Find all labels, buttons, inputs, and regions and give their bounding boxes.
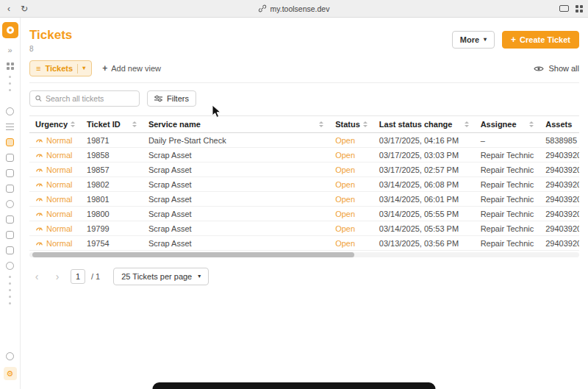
search-input[interactable] [46,94,134,103]
menu-dot-icon [0,293,20,300]
assignee-cell: Repair Technic [475,192,540,207]
ticket-id-cell: 19871 [81,133,143,148]
browser-apps-icon[interactable] [576,5,578,8]
service-name-cell: Scrap Asset [143,207,329,221]
table-row[interactable]: Normal 19857 Scrap Asset Open 03/17/2025… [29,163,579,177]
ideas-icon[interactable] [0,196,20,212]
urgency-gauge-icon [35,151,43,159]
table-row[interactable]: Normal 19801 Scrap Asset Open 03/14/2025… [29,192,579,207]
urgency-gauge-icon [35,239,43,247]
analytics-icon[interactable] [0,119,20,135]
urgency-gauge-icon [35,136,43,144]
menu-dot-icon [0,87,20,93]
create-ticket-button[interactable]: + Create Ticket [502,31,579,49]
team-icon[interactable] [0,258,20,274]
assignee-cell: Repair Technic [475,221,540,236]
refresh-icon[interactable]: ↻ [21,4,28,13]
back-icon[interactable]: ‹ [7,4,10,13]
prev-page-button[interactable]: ‹ [29,269,44,284]
last-status-change-cell: 03/17/2025, 03:03 PM [373,148,475,163]
sort-icon [71,121,75,127]
last-status-change-cell: 03/17/2025, 02:57 PM [373,163,475,177]
labs-icon[interactable] [0,104,20,119]
per-page-label: 25 Tickets per page [121,272,192,281]
filters-icon [154,95,162,102]
screen-share-icon[interactable] [559,5,569,12]
help-icon[interactable] [0,349,20,364]
tickets-icon[interactable] [0,135,20,150]
settings-gear-icon[interactable]: ⚙ [0,364,20,383]
total-pages-label: / 1 [91,272,100,281]
ticket-id-cell: 19801 [81,192,143,207]
last-status-change-cell: 03/14/2025, 06:08 PM [373,177,475,192]
sidebar-items: »⚙ [0,43,20,383]
status-badge: Open [335,180,355,189]
status-badge: Open [335,151,355,160]
media-icon[interactable] [0,227,20,243]
pill-divider [77,64,78,74]
table-header-row: Urgency Ticket ID Service name Status La… [29,116,579,133]
column-header-service-name[interactable]: Service name [143,116,329,133]
urgency-label: Normal [46,165,72,174]
urgency-label: Normal [46,136,72,145]
create-ticket-label: Create Ticket [520,35,570,44]
per-page-dropdown[interactable]: 25 Tickets per page ▾ [113,268,209,285]
filters-button[interactable]: Filters [147,90,196,107]
sort-icon [132,121,137,127]
urgency-gauge-icon [35,210,43,218]
toolbox-icon[interactable] [0,150,20,165]
scrollbar-thumb[interactable] [32,252,354,257]
assets-cell: 2940392048 [539,192,579,207]
table-row[interactable]: Normal 19799 Scrap Asset Open 03/14/2025… [29,221,579,236]
column-header-assignee[interactable]: Assignee [475,116,540,133]
pagination: ‹ › 1 / 1 25 Tickets per page ▾ [29,268,579,285]
devices-icon[interactable] [0,212,20,227]
more-button-label: More [460,35,479,44]
show-all-button[interactable]: Show all [534,64,579,73]
assignee-cell: Repair Technic [475,177,540,192]
search-box [29,90,140,107]
flags-icon[interactable] [0,181,20,196]
sidebar-flex-spacer [0,307,20,349]
inventory-icon[interactable] [0,243,20,258]
urgency-label: Normal [46,210,72,218]
apps-grid-icon[interactable] [0,58,20,74]
table-row[interactable]: Normal 19800 Scrap Asset Open 03/14/2025… [29,207,579,221]
ticket-id-cell: 19802 [81,177,143,192]
add-new-view-button[interactable]: + Add new view [102,64,161,73]
address-bar[interactable]: my.toolsense.dev [259,4,330,13]
table-row[interactable]: Normal 19802 Scrap Asset Open 03/14/2025… [29,177,579,192]
next-page-button[interactable]: › [50,269,65,284]
view-tab-tickets[interactable]: ≡ Tickets ▾ [29,60,92,76]
plus-icon: + [511,35,516,44]
assignee-cell: Repair Technic [475,148,540,163]
toolsense-logo[interactable] [2,22,18,38]
column-header-status[interactable]: Status [329,116,373,133]
page-title: Tickets [29,28,72,43]
assignee-cell: Repair Technic [475,207,540,221]
column-header-last-status-change[interactable]: Last status change [373,116,475,133]
current-page-box[interactable]: 1 [71,269,85,284]
table-row[interactable]: Normal 19871 Daily Pre-Start Check Open … [29,133,579,148]
column-header-ticket-id[interactable]: Ticket ID [81,116,143,133]
menu-dot-icon [0,287,20,293]
last-status-change-cell: 03/14/2025, 06:01 PM [373,192,475,207]
urgency-label: Normal [46,239,72,248]
column-header-assets[interactable]: Assets [539,116,579,133]
bottom-overlay-bar [153,382,436,389]
plus-icon: + [102,64,107,73]
more-button[interactable]: More ▾ [452,31,495,49]
ticket-count: 8 [29,45,72,53]
assets-cell: 2940392048 [539,207,579,221]
menu-dot-icon [0,300,20,307]
table-row[interactable]: Normal 19754 Scrap Asset Open 03/13/2025… [29,236,579,251]
show-all-label: Show all [548,64,579,73]
column-header-urgency[interactable]: Urgency [29,116,81,133]
table-row[interactable]: Normal 19858 Scrap Asset Open 03/17/2025… [29,148,579,163]
assets-icon[interactable] [0,165,20,181]
assignee-cell: – [475,133,540,148]
assets-cell: 2940392048 [539,163,579,177]
status-badge: Open [335,224,355,233]
caret-down-icon: ▾ [82,65,85,71]
collapse-sidebar-icon[interactable]: » [0,43,20,58]
